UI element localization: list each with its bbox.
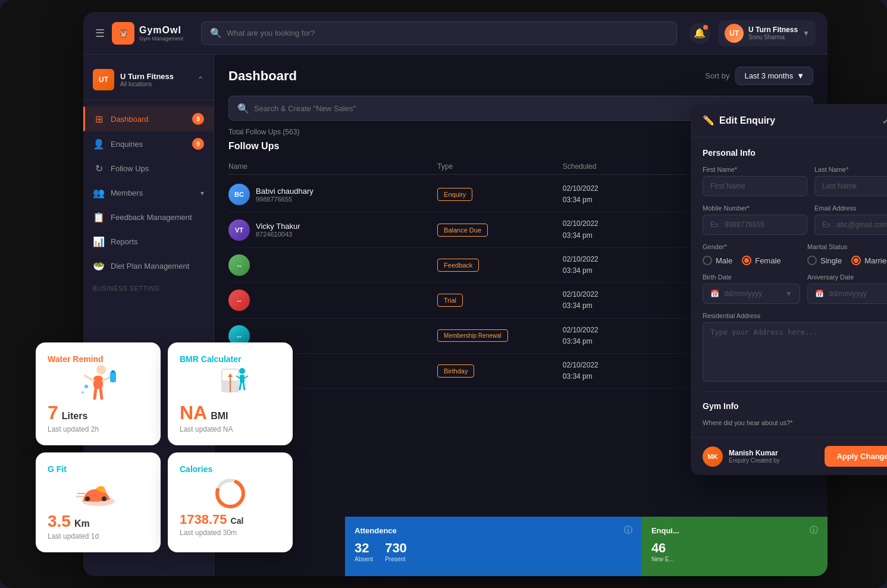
birth-date-input[interactable]: 📅 dd/mm/yyyy ▼ [703,284,800,304]
global-search[interactable]: 🔍 [201,21,677,45]
gfit-illustration [48,474,149,510]
water-svg [74,363,122,401]
svg-rect-4 [110,372,116,382]
notifications-button[interactable]: 🔔 [689,23,710,44]
bmr-sub: Last updated NA [180,425,281,433]
type-cell: Birthday [437,364,563,378]
svg-point-21 [85,496,90,501]
calendar-icon: 📅 [710,290,719,298]
profile-button[interactable]: UT U Turn Fitness Sonu Sharma ▼ [719,20,816,46]
sidebar-label-dietplan: Diet Plan Management [111,262,189,271]
notification-dot [703,25,708,30]
marital-married[interactable]: Married [851,256,887,265]
widget-bmr[interactable]: BMR Calculater [168,342,293,445]
edit-panel-title-text: Edit Enquiry [719,115,775,126]
sidebar-item-dietplan[interactable]: 🥗 Diet Plan Management [83,254,214,278]
email-input[interactable] [814,215,887,235]
expand-button[interactable]: ⤢ [882,115,887,126]
gender-male[interactable]: Male [703,256,732,265]
personal-info-heading: Personal Info [703,148,887,158]
edit-enquiry-panel: ✏️ Edit Enquiry ⤢ ✕ Personal Info First … [691,104,887,475]
widget-water-remind[interactable]: Water Remind [36,342,161,445]
scheduled-cell: 02/10/202203:34 pm [563,183,709,206]
edit-panel-body: Personal Info First Name* Last Name* Mob… [691,137,887,437]
stat-card-enquiry: Enqui... ⓘ 46 New E... [642,517,828,576]
apply-changes-button[interactable]: Apply Changes [825,446,887,467]
sidebar-item-followups[interactable]: ↻ Follow Ups [83,156,214,181]
marital-married-radio[interactable] [851,256,861,265]
gender-radio-group: Male Female [703,256,800,265]
widget-gfit[interactable]: G Fit 3.5 Km Last updated 1d [36,452,161,552]
gfit-svg [74,473,122,511]
email-group: Email Address [814,205,887,235]
sidebar-label-feedback: Feedback Management [111,213,192,222]
global-search-input[interactable] [227,29,668,37]
gender-male-radio[interactable] [703,256,712,265]
svg-line-2 [85,376,93,381]
hamburger-icon[interactable]: ☰ [95,27,105,40]
gym-profile[interactable]: UT U Turn Fitness All locations ⌃ [83,64,214,100]
anniversary-date-value: dd/mm/yyyy [829,290,885,298]
svg-point-27 [222,485,239,502]
gym-chevron-icon: ⌃ [197,75,204,84]
footer-user-sub: Enquiry Created by [729,457,780,464]
gender-female[interactable]: Female [742,256,781,265]
stat-label-present: Present [385,556,407,562]
sidebar-label-followups: Follow Ups [111,164,149,173]
svg-point-14 [239,368,245,374]
dashboard-header: Dashboard Sort by Last 3 months ▼ [214,55,828,91]
logo-icon: 🦉 [112,22,134,45]
svg-line-3 [103,377,111,381]
gym-info: U Turn Fitness All locations [120,72,191,87]
birth-date-label: Birth Date [703,273,800,281]
type-badge: Feedback [437,259,479,272]
anniversary-label: Aniversary Date [807,273,887,281]
gender-female-radio[interactable] [742,256,751,265]
address-group: Residential Address [703,312,887,382]
members-icon: 👥 [93,187,105,199]
svg-point-22 [102,496,106,501]
first-name-input[interactable] [703,176,807,196]
birth-date-value: dd/mm/yyyy [724,290,781,298]
birth-date-chevron-icon: ▼ [785,290,792,298]
marital-single-radio[interactable] [807,256,817,265]
marital-group: Marital Status Single Married [807,243,887,265]
sidebar-item-members[interactable]: 👥 Members ▾ [83,181,214,205]
scheduled-cell: 02/10/202203:34 pm [563,360,709,382]
calories-sub: Last updated 30m [180,529,281,537]
type-cell: Enquiry [437,188,563,201]
svg-line-7 [101,389,102,398]
mobile-input[interactable] [703,215,807,235]
profile-sub: Sonu Sharma [748,34,798,40]
marital-single[interactable]: Single [807,256,842,265]
stat-label-absent: Absent [355,556,373,562]
sidebar-item-feedback[interactable]: 📋 Feedback Management [83,205,214,229]
edit-panel-footer: MK Manish Kumar Enquiry Created by Apply… [691,437,887,475]
col-header-scheduled: Scheduled [563,162,709,171]
last-name-input[interactable] [814,176,887,196]
sort-button[interactable]: Last 3 months ▼ [735,67,813,85]
bmr-unit: BMI [211,411,228,422]
svg-point-9 [82,391,84,394]
reports-icon: 📊 [93,236,105,247]
sidebar-item-enquiries[interactable]: 👤 Enquiries 9 [83,131,214,156]
edit-panel-header: ✏️ Edit Enquiry ⤢ ✕ [691,104,887,137]
address-textarea[interactable] [703,322,887,382]
logo-text: GymOwl Gym Management [139,25,183,42]
widget-calories[interactable]: Calories 1738.75 Cal Last updated 30m [168,452,293,552]
col-header-type: Type [437,162,563,171]
nav-right: 🔔 UT U Turn Fitness Sonu Sharma ▼ [689,20,816,46]
anniversary-group: Aniversary Date 📅 dd/mm/yyyy ▼ [807,273,887,304]
sidebar-item-reports[interactable]: 📊 Reports [83,229,214,254]
anniversary-date-input[interactable]: 📅 dd/mm/yyyy ▼ [807,284,887,304]
sort-area: Sort by Last 3 months ▼ [705,67,813,85]
sidebar-item-dashboard[interactable]: ⊞ Dashboard 9 [83,106,214,131]
name-row: First Name* Last Name* [703,166,887,196]
sort-value: Last 3 months [744,71,793,80]
stat-nums: 46 New E... [651,540,818,562]
svg-line-17 [245,376,248,378]
calories-illustration [180,474,281,510]
dashboard-icon: ⊞ [93,114,105,125]
bmr-svg [206,363,254,401]
first-name-group: First Name* [703,166,807,196]
